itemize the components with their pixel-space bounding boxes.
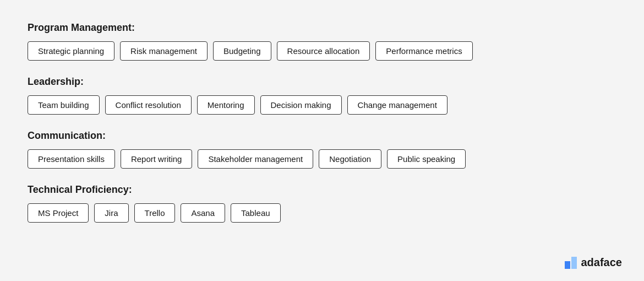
section-technical-proficiency: Technical Proficiency:MS ProjectJiraTrel… <box>28 184 616 223</box>
adaface-logo-icon <box>565 257 577 269</box>
skill-tag: Stakeholder management <box>198 149 313 169</box>
tags-program-management: Strategic planningRisk managementBudgeti… <box>28 41 616 61</box>
skill-tag: Decision making <box>260 95 342 115</box>
skill-tag: Budgeting <box>213 41 271 61</box>
skill-tag: Team building <box>28 95 100 115</box>
skill-tag: Strategic planning <box>28 41 114 61</box>
section-title-communication: Communication: <box>28 130 616 142</box>
section-leadership: Leadership:Team buildingConflict resolut… <box>28 76 616 115</box>
skill-tag: Asana <box>181 203 225 223</box>
section-program-management: Program Management:Strategic planningRis… <box>28 22 616 61</box>
main-container: Program Management:Strategic planningRis… <box>0 0 644 255</box>
skill-tag: Tableau <box>231 203 281 223</box>
skill-tag: Performance metrics <box>375 41 472 61</box>
branding-name: adaface <box>581 256 623 269</box>
section-title-technical-proficiency: Technical Proficiency: <box>28 184 616 196</box>
skill-tag: Mentoring <box>197 95 255 115</box>
svg-rect-1 <box>571 257 577 269</box>
skill-tag: Risk management <box>120 41 208 61</box>
skill-tag: Report writing <box>121 149 193 169</box>
skill-tag: Public speaking <box>387 149 466 169</box>
skill-tag: Change management <box>347 95 447 115</box>
section-title-leadership: Leadership: <box>28 76 616 88</box>
skill-tag: Trello <box>134 203 176 223</box>
skill-tag: Presentation skills <box>28 149 115 169</box>
skill-tag: Negotiation <box>319 149 381 169</box>
skill-tag: Jira <box>94 203 128 223</box>
section-title-program-management: Program Management: <box>28 22 616 34</box>
svg-rect-0 <box>565 261 570 269</box>
tags-communication: Presentation skillsReport writingStakeho… <box>28 149 616 169</box>
branding-area: adaface <box>565 256 623 269</box>
skill-tag: MS Project <box>28 203 89 223</box>
skill-tag: Conflict resolution <box>105 95 192 115</box>
skill-tag: Resource allocation <box>277 41 370 61</box>
section-communication: Communication:Presentation skillsReport … <box>28 130 616 169</box>
tags-technical-proficiency: MS ProjectJiraTrelloAsanaTableau <box>28 203 616 223</box>
tags-leadership: Team buildingConflict resolutionMentorin… <box>28 95 616 115</box>
